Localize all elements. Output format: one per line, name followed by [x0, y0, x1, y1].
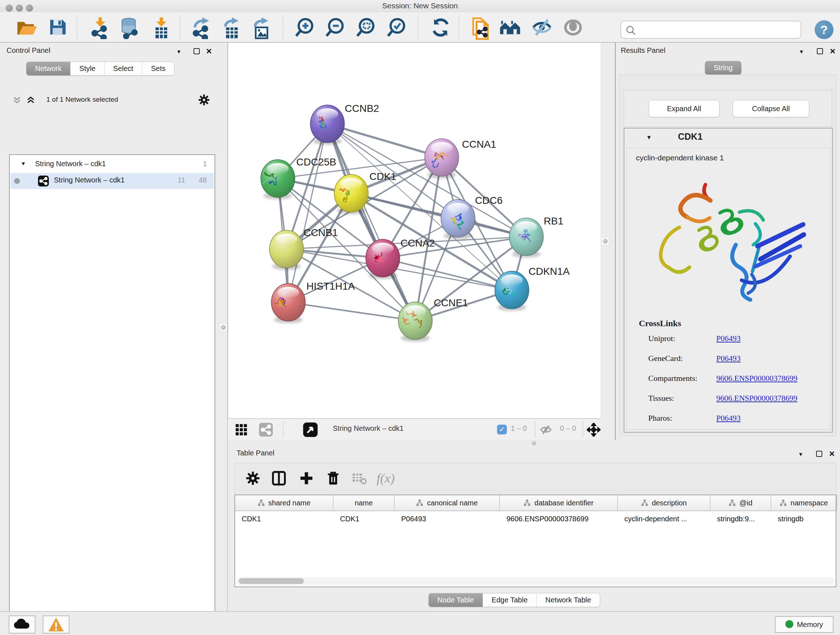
svg-text:CCNE1: CCNE1 [434, 297, 468, 309]
crosslink-link[interactable]: 9606.ENSP00000378699 [716, 394, 797, 403]
tab-network[interactable]: Network [27, 62, 70, 75]
crosslink-link[interactable]: 9606.ENSP00000378699 [716, 374, 797, 383]
zoom-out-icon[interactable] [325, 17, 346, 38]
crosslink-label: Uniprot: [648, 334, 676, 343]
toolbar-separator [180, 16, 180, 40]
zoom-fit-icon[interactable] [355, 17, 377, 38]
export-table-icon[interactable] [221, 17, 242, 38]
tab-sets[interactable]: Sets [142, 62, 174, 75]
tab-select[interactable]: Select [104, 62, 142, 75]
left-splitter-handle[interactable] [219, 323, 227, 331]
birds-eye-view-icon[interactable] [303, 423, 317, 437]
help-icon[interactable]: ? [815, 20, 834, 39]
export-image-icon[interactable] [251, 17, 272, 38]
table-cell[interactable]: 9606.ENSP00000378699 [500, 511, 618, 526]
column-header-canonical-name[interactable]: canonical name [395, 495, 500, 510]
column-header-namespace[interactable]: namespace [771, 495, 837, 510]
selected-nodes-checkbox[interactable]: ✓ [497, 424, 507, 434]
table-cell[interactable]: stringdb:9... [711, 511, 771, 526]
network-status-dot [14, 178, 20, 184]
column-header-database-identifier[interactable]: database identifier [500, 495, 618, 510]
panel-collapse-icon[interactable]: ▼ [798, 451, 804, 457]
network-row-selected[interactable]: String Network – cdk1 11 48 [11, 173, 214, 189]
import-table-icon[interactable] [151, 17, 172, 38]
export-network-icon[interactable] [191, 17, 212, 38]
right-splitter-handle[interactable] [601, 237, 609, 245]
svg-text:CCNA2: CCNA2 [401, 238, 435, 249]
table-row[interactable]: CDK1CDK1P064939606.ENSP00000378699cyclin… [235, 511, 836, 526]
tab-node-table[interactable]: Node Table [429, 593, 483, 607]
column-header-name[interactable]: name [333, 495, 395, 510]
tab-string[interactable]: String [705, 61, 741, 74]
panel-float-icon[interactable] [194, 48, 200, 54]
first-neighbors-icon[interactable] [499, 17, 520, 38]
network-canvas[interactable]: CCNB2CCNA1CDC25BCDK1CDC6RB1CCNB1CCNA2CDK… [228, 43, 600, 418]
network-selected-count: 1 of 1 Network selected [46, 96, 118, 103]
column-header-shared-name[interactable]: shared name [235, 495, 333, 510]
fit-content-crosshair-icon[interactable] [587, 423, 600, 437]
panel-collapse-icon[interactable]: ▼ [799, 49, 804, 55]
table-cell[interactable]: P06493 [395, 511, 500, 526]
column-header-description[interactable]: description [618, 495, 711, 510]
tab-network-table[interactable]: Network Table [537, 593, 600, 607]
column-header--id[interactable]: @id [711, 495, 771, 510]
gene-title: CDK1 [678, 131, 703, 142]
show-columns-icon[interactable] [271, 470, 287, 486]
results-panel-title: Results Panel [621, 46, 665, 55]
save-session-icon[interactable] [48, 17, 69, 38]
panel-close-icon[interactable]: × [829, 451, 835, 457]
panel-float-icon[interactable] [816, 451, 822, 457]
grid-view-icon[interactable] [235, 424, 248, 436]
gene-section: ▼ CDK1 cyclin-dependent kinase 1 [624, 128, 833, 432]
zoom-in-icon[interactable] [294, 17, 316, 38]
table-cell[interactable]: cyclin-dependent ... [618, 511, 711, 526]
memory-button[interactable]: Memory [775, 616, 834, 633]
toolbar-separator [458, 16, 459, 40]
collapse-all-button[interactable]: Collapse All [733, 100, 809, 117]
delete-column-icon[interactable] [325, 470, 341, 486]
network-options-gear-icon[interactable] [197, 93, 210, 106]
toolbar-separator [418, 16, 418, 40]
memory-status-dot [785, 620, 793, 628]
scrollbar-thumb[interactable] [239, 578, 304, 584]
cloud-status-button[interactable] [9, 616, 35, 633]
crosslink-label: Compartments: [648, 374, 698, 383]
zoom-selected-icon[interactable] [386, 17, 407, 38]
warning-status-button[interactable] [43, 616, 69, 633]
section-expander-icon[interactable]: ▼ [646, 134, 652, 141]
expand-all-button[interactable]: Expand All [649, 100, 720, 117]
column-type-icon [257, 499, 265, 507]
table-options-gear-icon[interactable] [245, 470, 261, 486]
network-collection-row[interactable]: ▼ String Network – cdk1 1 [11, 158, 214, 172]
crosslink-link[interactable]: P06493 [716, 354, 741, 363]
tree-expander-icon[interactable]: ▼ [21, 160, 26, 166]
hidden-eye-icon[interactable] [540, 424, 552, 436]
crosslink-link[interactable]: P06493 [716, 413, 741, 423]
expand-all-networks-icon[interactable] [26, 96, 35, 105]
import-network-from-database-icon[interactable] [118, 17, 140, 38]
panel-close-icon[interactable]: × [206, 48, 212, 54]
svg-text:CDC6: CDC6 [475, 195, 502, 206]
refresh-network-icon[interactable] [431, 17, 452, 38]
panel-close-icon[interactable]: × [830, 48, 835, 54]
panel-collapse-icon[interactable]: ▼ [176, 49, 182, 55]
protein-structure-image [645, 169, 815, 314]
table-cell[interactable]: stringdb [771, 511, 837, 526]
string-view-icon[interactable] [259, 423, 273, 437]
new-network-from-selection-icon[interactable] [470, 17, 491, 38]
horizontal-splitter-handle[interactable] [532, 441, 536, 445]
panel-float-icon[interactable] [817, 48, 823, 54]
crosslink-link[interactable]: P06493 [716, 334, 741, 343]
tab-style[interactable]: Style [70, 62, 104, 75]
table-cell[interactable]: CDK1 [235, 511, 333, 526]
tab-edge-table[interactable]: Edge Table [483, 593, 537, 607]
open-session-icon[interactable] [16, 17, 37, 38]
table-hscrollbar[interactable] [236, 577, 835, 585]
import-network-icon[interactable] [90, 17, 111, 38]
search-input[interactable] [641, 23, 798, 37]
hide-selected-icon[interactable] [532, 17, 553, 38]
table-cell[interactable]: CDK1 [333, 511, 395, 526]
show-all-icon[interactable] [563, 17, 584, 38]
add-column-icon[interactable] [298, 470, 314, 486]
collapse-all-networks-icon[interactable] [12, 96, 22, 105]
